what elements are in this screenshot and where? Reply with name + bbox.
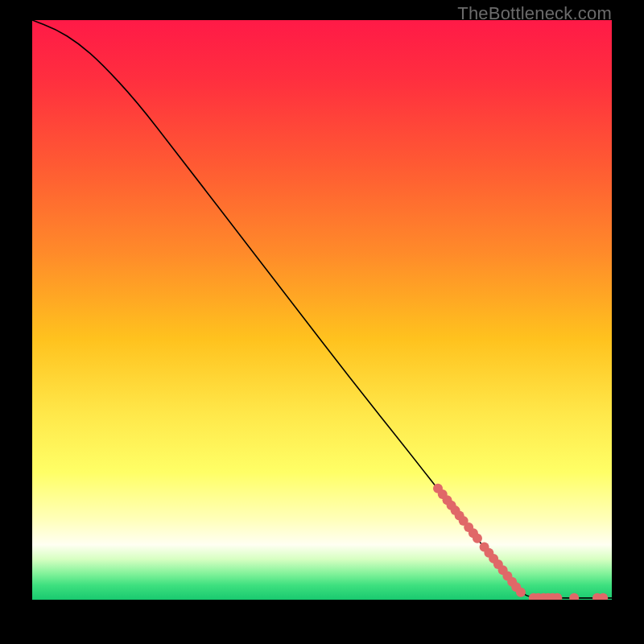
plot-area <box>32 20 612 600</box>
points-layer <box>32 20 612 600</box>
data-point <box>473 534 482 543</box>
data-point <box>516 588 526 597</box>
watermark-label: TheBottleneck.com <box>457 3 612 24</box>
data-point <box>569 593 579 600</box>
